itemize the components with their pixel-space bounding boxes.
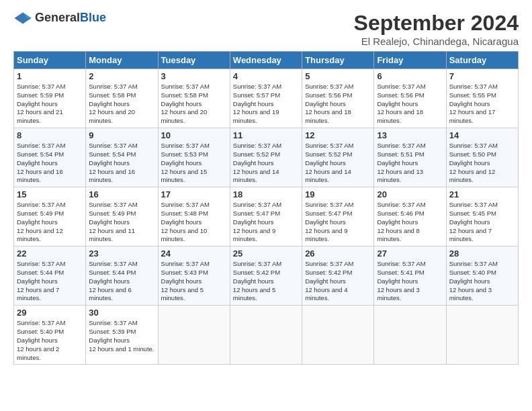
day-info: Sunrise: 5:37 AM Sunset: 5:46 PM Dayligh… xyxy=(377,201,443,244)
day-number: 23 xyxy=(89,248,154,259)
calendar-cell: 17 Sunrise: 5:37 AM Sunset: 5:48 PM Dayl… xyxy=(158,187,230,246)
day-number: 10 xyxy=(161,130,227,140)
page-container: GeneralBlue September 2024 El Realejo, C… xyxy=(0,0,532,375)
title-section: September 2024 El Realejo, Chinandega, N… xyxy=(354,11,519,47)
day-info: Sunrise: 5:37 AM Sunset: 5:41 PM Dayligh… xyxy=(377,260,443,303)
calendar-cell: 24 Sunrise: 5:37 AM Sunset: 5:43 PM Dayl… xyxy=(158,246,230,306)
col-thursday: Thursday xyxy=(302,52,374,69)
calendar-cell: 12 Sunrise: 5:37 AM Sunset: 5:52 PM Dayl… xyxy=(302,128,374,187)
day-number: 11 xyxy=(233,130,299,140)
calendar-cell: 22 Sunrise: 5:37 AM Sunset: 5:44 PM Dayl… xyxy=(14,246,86,306)
day-info: Sunrise: 5:37 AM Sunset: 5:47 PM Dayligh… xyxy=(305,201,371,244)
day-info: Sunrise: 5:37 AM Sunset: 5:49 PM Dayligh… xyxy=(17,201,83,244)
day-info: Sunrise: 5:37 AM Sunset: 5:59 PM Dayligh… xyxy=(17,83,83,126)
calendar-cell: 26 Sunrise: 5:37 AM Sunset: 5:42 PM Dayl… xyxy=(302,246,374,306)
day-info: Sunrise: 5:37 AM Sunset: 5:56 PM Dayligh… xyxy=(305,83,371,126)
day-info: Sunrise: 5:37 AM Sunset: 5:56 PM Dayligh… xyxy=(377,83,443,126)
calendar-cell: 3 Sunrise: 5:37 AM Sunset: 5:58 PM Dayli… xyxy=(158,69,230,128)
page-header: GeneralBlue September 2024 El Realejo, C… xyxy=(13,11,519,47)
day-number: 17 xyxy=(161,189,227,199)
day-number: 7 xyxy=(449,71,515,81)
calendar-header-row: Sunday Monday Tuesday Wednesday Thursday… xyxy=(14,52,519,69)
logo-text: GeneralBlue xyxy=(35,11,106,25)
calendar-cell: 4 Sunrise: 5:37 AM Sunset: 5:57 PM Dayli… xyxy=(230,69,302,128)
day-info: Sunrise: 5:37 AM Sunset: 5:48 PM Dayligh… xyxy=(161,201,227,244)
calendar-cell: 2 Sunrise: 5:37 AM Sunset: 5:58 PM Dayli… xyxy=(86,69,158,128)
calendar-week-1: 1 Sunrise: 5:37 AM Sunset: 5:59 PM Dayli… xyxy=(14,69,519,128)
calendar-cell: 5 Sunrise: 5:37 AM Sunset: 5:56 PM Dayli… xyxy=(302,69,374,128)
calendar-cell: 30 Sunrise: 5:37 AM Sunset: 5:39 PM Dayl… xyxy=(86,306,158,365)
calendar-week-2: 8 Sunrise: 5:37 AM Sunset: 5:54 PM Dayli… xyxy=(14,128,519,187)
calendar-week-3: 15 Sunrise: 5:37 AM Sunset: 5:49 PM Dayl… xyxy=(14,187,519,246)
day-number: 3 xyxy=(161,71,227,81)
calendar-cell: 11 Sunrise: 5:37 AM Sunset: 5:52 PM Dayl… xyxy=(230,128,302,187)
calendar-cell xyxy=(446,306,518,365)
day-number: 20 xyxy=(377,189,443,199)
calendar-cell xyxy=(158,306,230,365)
day-info: Sunrise: 5:37 AM Sunset: 5:45 PM Dayligh… xyxy=(449,201,515,244)
day-info: Sunrise: 5:37 AM Sunset: 5:39 PM Dayligh… xyxy=(89,319,154,353)
day-info: Sunrise: 5:37 AM Sunset: 5:50 PM Dayligh… xyxy=(449,142,515,185)
day-number: 25 xyxy=(233,248,299,259)
day-number: 13 xyxy=(377,130,443,140)
day-number: 27 xyxy=(377,248,443,259)
month-title: September 2024 xyxy=(354,11,519,36)
day-number: 24 xyxy=(161,248,227,259)
day-number: 22 xyxy=(17,248,83,259)
day-info: Sunrise: 5:37 AM Sunset: 5:54 PM Dayligh… xyxy=(89,142,154,185)
calendar-week-5: 29 Sunrise: 5:37 AM Sunset: 5:40 PM Dayl… xyxy=(14,306,519,365)
calendar-cell: 7 Sunrise: 5:37 AM Sunset: 5:55 PM Dayli… xyxy=(446,69,518,128)
day-info: Sunrise: 5:37 AM Sunset: 5:40 PM Dayligh… xyxy=(449,260,515,303)
calendar-week-4: 22 Sunrise: 5:37 AM Sunset: 5:44 PM Dayl… xyxy=(14,246,519,306)
col-sunday: Sunday xyxy=(14,52,86,69)
day-number: 18 xyxy=(233,189,299,199)
calendar-cell: 8 Sunrise: 5:37 AM Sunset: 5:54 PM Dayli… xyxy=(14,128,86,187)
calendar-cell: 19 Sunrise: 5:37 AM Sunset: 5:47 PM Dayl… xyxy=(302,187,374,246)
col-saturday: Saturday xyxy=(446,52,518,69)
calendar-cell: 27 Sunrise: 5:37 AM Sunset: 5:41 PM Dayl… xyxy=(374,246,446,306)
day-info: Sunrise: 5:37 AM Sunset: 5:42 PM Dayligh… xyxy=(305,260,371,303)
day-info: Sunrise: 5:37 AM Sunset: 5:52 PM Dayligh… xyxy=(233,142,299,185)
calendar-cell: 28 Sunrise: 5:37 AM Sunset: 5:40 PM Dayl… xyxy=(446,246,518,306)
day-info: Sunrise: 5:37 AM Sunset: 5:54 PM Dayligh… xyxy=(17,142,83,185)
calendar-cell: 29 Sunrise: 5:37 AM Sunset: 5:40 PM Dayl… xyxy=(14,306,86,365)
day-number: 12 xyxy=(305,130,371,140)
col-friday: Friday xyxy=(374,52,446,69)
calendar-cell: 9 Sunrise: 5:37 AM Sunset: 5:54 PM Dayli… xyxy=(86,128,158,187)
day-number: 6 xyxy=(377,71,443,81)
day-number: 26 xyxy=(305,248,371,259)
logo-blue: Blue xyxy=(80,11,106,24)
day-info: Sunrise: 5:37 AM Sunset: 5:55 PM Dayligh… xyxy=(449,83,515,126)
calendar-cell: 15 Sunrise: 5:37 AM Sunset: 5:49 PM Dayl… xyxy=(14,187,86,246)
day-number: 4 xyxy=(233,71,299,81)
day-number: 9 xyxy=(89,130,154,140)
calendar-cell: 16 Sunrise: 5:37 AM Sunset: 5:49 PM Dayl… xyxy=(86,187,158,246)
day-info: Sunrise: 5:37 AM Sunset: 5:53 PM Dayligh… xyxy=(161,142,227,185)
day-number: 8 xyxy=(17,130,83,140)
day-number: 30 xyxy=(89,308,154,318)
day-number: 19 xyxy=(305,189,371,199)
calendar-table: Sunday Monday Tuesday Wednesday Thursday… xyxy=(13,51,519,365)
calendar-cell: 23 Sunrise: 5:37 AM Sunset: 5:44 PM Dayl… xyxy=(86,246,158,306)
day-number: 5 xyxy=(305,71,371,81)
calendar-cell: 10 Sunrise: 5:37 AM Sunset: 5:53 PM Dayl… xyxy=(158,128,230,187)
day-info: Sunrise: 5:37 AM Sunset: 5:43 PM Dayligh… xyxy=(161,260,227,303)
day-info: Sunrise: 5:37 AM Sunset: 5:52 PM Dayligh… xyxy=(305,142,371,185)
day-number: 14 xyxy=(449,130,515,140)
day-info: Sunrise: 5:37 AM Sunset: 5:47 PM Dayligh… xyxy=(233,201,299,244)
calendar-cell: 1 Sunrise: 5:37 AM Sunset: 5:59 PM Dayli… xyxy=(14,69,86,128)
generalblue-logo-icon xyxy=(13,11,32,25)
logo: GeneralBlue xyxy=(13,11,106,25)
day-number: 1 xyxy=(17,71,83,81)
day-info: Sunrise: 5:37 AM Sunset: 5:44 PM Dayligh… xyxy=(89,260,154,303)
day-info: Sunrise: 5:37 AM Sunset: 5:44 PM Dayligh… xyxy=(17,260,83,303)
day-number: 28 xyxy=(449,248,515,259)
calendar-cell: 6 Sunrise: 5:37 AM Sunset: 5:56 PM Dayli… xyxy=(374,69,446,128)
calendar-cell xyxy=(374,306,446,365)
day-number: 2 xyxy=(89,71,154,81)
calendar-cell: 13 Sunrise: 5:37 AM Sunset: 5:51 PM Dayl… xyxy=(374,128,446,187)
day-number: 29 xyxy=(17,308,83,318)
day-number: 21 xyxy=(449,189,515,199)
calendar-cell: 25 Sunrise: 5:37 AM Sunset: 5:42 PM Dayl… xyxy=(230,246,302,306)
calendar-cell: 20 Sunrise: 5:37 AM Sunset: 5:46 PM Dayl… xyxy=(374,187,446,246)
